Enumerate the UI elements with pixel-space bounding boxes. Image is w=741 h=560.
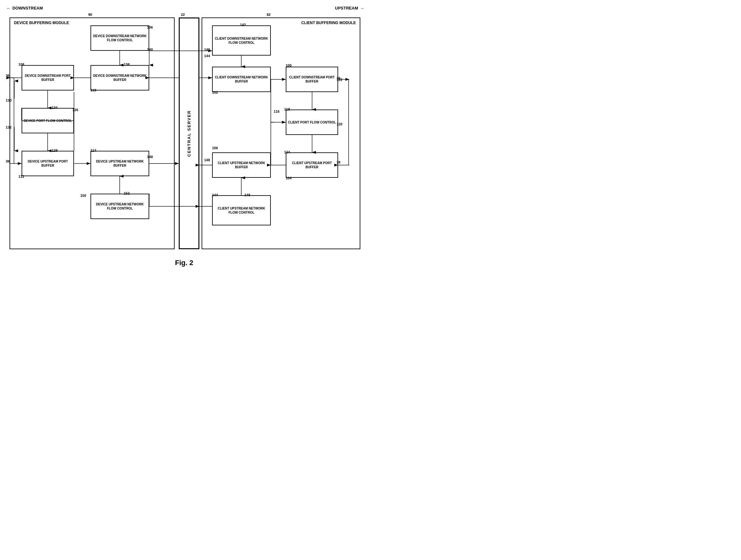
device-downstream-pb-box: DEVICE DOWNSTREAM PORT BUFFER	[21, 65, 74, 90]
num-22: 22	[181, 13, 185, 16]
num-90: 90	[88, 13, 92, 16]
num-152: 152	[124, 192, 130, 195]
client-port-fc-box: CLIENT PORT FLOW CONTROL	[286, 110, 338, 135]
num-144a: 144	[204, 54, 210, 58]
num-114: 114	[90, 149, 96, 152]
num-110: 110	[90, 88, 96, 92]
num-150: 150	[80, 194, 86, 198]
num-108: 108	[18, 63, 24, 66]
num-118: 118	[284, 107, 290, 111]
upstream-arrow: →	[360, 6, 364, 10]
device-downstream-nb-box: DEVICE DOWNSTREAM NETWORK BUFFER	[90, 65, 149, 90]
num-126: 126	[72, 108, 78, 112]
client-upstream-nfc-box: CLIENT UPSTREAM NETWORK FLOW CONTROL	[212, 195, 271, 225]
downstream-direction: ← DOWNSTREAM	[6, 6, 43, 10]
num-116: 116	[274, 110, 279, 113]
device-upstream-nb-box: DEVICE UPSTREAM NETWORK BUFFER	[90, 151, 149, 176]
upstream-direction: UPSTREAM →	[335, 6, 364, 10]
num-120: 120	[337, 122, 342, 126]
num-82: 82	[267, 13, 270, 16]
num-38b: 38	[337, 160, 340, 164]
num-36b: 36	[337, 76, 340, 80]
num-140a: 140	[147, 48, 153, 52]
num-38a: 38	[6, 159, 9, 163]
num-138: 138	[124, 63, 130, 66]
num-36a: 36	[6, 74, 9, 77]
num-142: 142	[240, 23, 246, 27]
num-144b: 144	[212, 193, 218, 197]
num-148a: 148	[204, 158, 210, 162]
num-132: 132	[6, 125, 11, 129]
device-port-fc-box: DEVICE PORT FLOW CONTROL	[21, 108, 74, 133]
num-102: 102	[212, 90, 218, 94]
device-downstream-nfc-box: DEVICE DOWNSTREAM NETWORK FLOW CONTROL	[90, 25, 149, 51]
num-124: 124	[284, 150, 290, 154]
num-128: 128	[52, 149, 58, 152]
num-134: 134	[52, 106, 58, 110]
num-100: 100	[286, 64, 291, 67]
client-downstream-nfc-box: CLIENT DOWNSTREAM NETWORK FLOW CONTROL	[212, 25, 271, 56]
central-server-box: CENTRAL SERVER	[179, 17, 199, 249]
downstream-arrow: ←	[6, 6, 10, 10]
central-server-label: CENTRAL SERVER	[187, 110, 191, 157]
client-downstream-nb-box: CLIENT DOWNSTREAM NETWORK BUFFER	[212, 67, 271, 92]
num-146: 146	[245, 193, 250, 197]
client-buffering-module-label: CLIENT BUFFERING MODULE	[301, 21, 356, 25]
num-130: 130	[6, 98, 11, 102]
device-buffering-module-label: DEVICE BUFFERING MODULE	[14, 21, 69, 25]
client-upstream-pb-box: CLIENT UPSTREAM PORT BUFFER	[286, 152, 338, 178]
device-upstream-pb-box: DEVICE UPSTREAM PORT BUFFER	[21, 151, 74, 176]
device-upstream-nfc-box: DEVICE UPSTREAM NETWORK FLOW CONTROL	[90, 194, 149, 219]
diagram: ← DOWNSTREAM UPSTREAM → 90 22 82 DEVICE …	[0, 0, 370, 280]
client-downstream-pb-box: CLIENT DOWNSTREAM PORT BUFFER	[286, 67, 338, 92]
num-112: 112	[18, 174, 24, 179]
num-140b: 140	[204, 48, 210, 52]
num-106: 106	[212, 146, 218, 150]
num-148b: 148	[147, 155, 153, 159]
client-upstream-nb-box: CLIENT UPSTREAM NETWORK BUFFER	[212, 152, 271, 178]
num-136: 136	[147, 25, 153, 29]
figure-label: Fig. 2	[152, 259, 216, 267]
num-104: 104	[286, 176, 291, 180]
